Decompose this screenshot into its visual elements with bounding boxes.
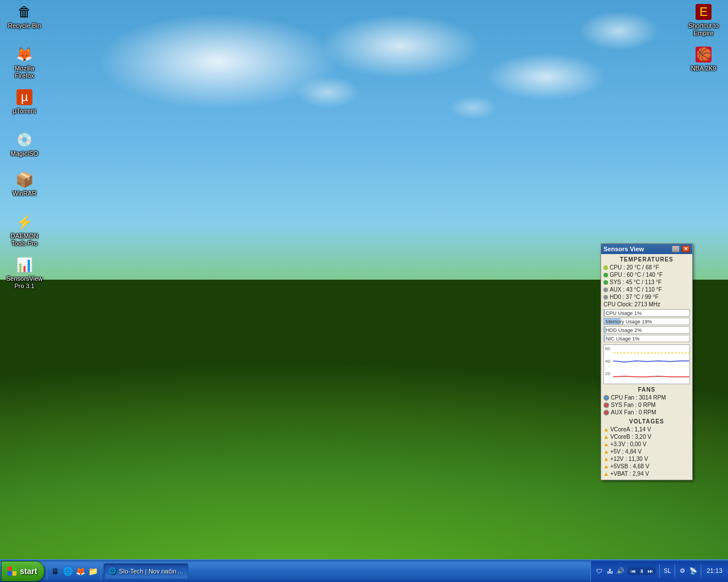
desktop-icon-daemon-tools[interactable]: ⚡ DAEMON Tools Pro: [5, 213, 44, 247]
voltage-vcorea-row: ▲ VCoreA : 1,14 V: [601, 426, 692, 433]
temp-gpu-indicator: [603, 273, 608, 277]
memory-usage-bar: Memory Usage 19%: [603, 318, 690, 325]
temp-hd0-row: HD0 : 37 °C / 99 °F: [601, 293, 692, 301]
sensors-view-widget: Sensors View _ ✕ TEMPERATURES CPU : 20 °…: [601, 243, 693, 480]
temp-sys-indicator: [603, 280, 608, 285]
empire-icon: E: [694, 3, 713, 21]
tray-icon-extra2[interactable]: 📡: [689, 567, 698, 576]
voltage-vcorea-value: 1,14 V: [635, 426, 651, 433]
media-play-button[interactable]: ⏸: [638, 567, 646, 575]
temp-hd0-label: HD0 :: [610, 294, 624, 300]
sensors-titlebar[interactable]: Sensors View _ ✕: [601, 244, 692, 254]
temp-cpu-indicator: [603, 265, 608, 270]
tray-separator: [659, 564, 660, 578]
fans-header: FANS: [601, 386, 692, 393]
media-next-button[interactable]: ⏭: [646, 567, 654, 575]
tray-security-icon[interactable]: 🛡: [594, 567, 603, 576]
voltage-warn-icon6: ▲: [603, 463, 609, 469]
voltage-12v-value: 11,30 V: [628, 456, 648, 462]
ql-firefox-icon[interactable]: 🦊: [75, 566, 86, 577]
voltage-5v-row: ▲ +5V : 4,84 V: [601, 448, 692, 455]
fan-cpu-label: CPU Fan :: [611, 394, 638, 401]
desktop-icon-magiciso[interactable]: 💿 MagicISO: [5, 131, 44, 157]
desktop-icon-utorrent[interactable]: µ µTorrent: [5, 88, 44, 115]
voltage-vcoreb-value: 3,20 V: [635, 434, 651, 440]
fan-aux-value: 0 RPM: [639, 409, 656, 415]
cpu-clock-row: CPU Clock: 2713 MHz: [601, 301, 692, 308]
tray-icon-extra1[interactable]: ⚙: [678, 567, 687, 576]
temperatures-header: TEMPERATURES: [601, 256, 692, 263]
cpu-usage-bar: CPU Usage 1%: [603, 309, 690, 317]
temp-cpu-label: CPU :: [610, 264, 625, 271]
tray-separator2: [675, 564, 675, 578]
fan-sys-value: 0 RPM: [638, 402, 656, 408]
nic-usage-label: NIC Usage 1%: [604, 336, 640, 342]
desktop-icon-firefox[interactable]: 🦊 Mozilla Firefox: [5, 45, 44, 80]
taskbar-button-browser[interactable]: 🌐 Slo-Tech | Nov način ...: [104, 563, 188, 579]
ql-extra1[interactable]: 📁: [87, 566, 98, 577]
voltage-33v-value: 0,00 V: [630, 441, 647, 447]
start-button[interactable]: start: [1, 561, 44, 581]
sys-temp-line: [613, 361, 690, 362]
sensors-close-button[interactable]: ✕: [682, 246, 690, 252]
hdd-usage-bar: HDD Usage 2%: [603, 326, 690, 334]
fan-aux-row: AUX Fan : 0 RPM: [601, 409, 692, 416]
chart-label-40: 40: [605, 359, 610, 364]
cpu-clock-value: CPU Clock: 2713 MHz: [603, 301, 660, 307]
sensors-minimize-button[interactable]: _: [672, 246, 680, 252]
utorrent-icon: µ: [15, 88, 34, 106]
voltage-warn-icon5: ▲: [603, 456, 609, 462]
fan-aux-label: AUX Fan :: [611, 409, 637, 415]
voltage-vbat-label: +VBAT :: [610, 471, 632, 477]
hdd-usage-label: HDD Usage 2%: [604, 327, 642, 333]
quick-launch-area: 🖥 🌐 🦊 📁: [47, 562, 101, 580]
winrar-icon: 📦: [15, 171, 34, 189]
voltage-vbat-value: 2,94 V: [632, 471, 649, 477]
sensors-view-label: SensorsView Pro 3.1: [5, 275, 44, 290]
sensors-view-icon: 📊: [15, 256, 34, 274]
cpu-usage-label: CPU Usage 1%: [604, 310, 642, 316]
sensors-title: Sensors View: [603, 246, 644, 252]
tray-language[interactable]: SL: [663, 568, 672, 574]
tray-clock[interactable]: 21:13: [704, 567, 725, 575]
voltage-warn-icon7: ▲: [603, 471, 609, 477]
desktop: 🗑 Recycle Bin 🦊 Mozilla Firefox µ µTorre…: [0, 0, 728, 559]
tray-volume-icon[interactable]: 🔊: [616, 567, 625, 576]
memory-usage-label: Memory Usage 19%: [604, 319, 652, 325]
temp-cpu-row: CPU : 20 °C / 68 °F: [601, 264, 692, 271]
windows-logo: [6, 566, 18, 577]
taskbar-browser-label: Slo-Tech | Nov način ...: [119, 568, 183, 575]
tray-media-controls: ⏮ ⏸ ⏭: [627, 567, 656, 575]
media-prev-button[interactable]: ⏮: [629, 567, 637, 575]
voltage-5vsb-row: ▲ +5VSB : 4,68 V: [601, 463, 692, 470]
recycle-bin-icon: 🗑: [15, 3, 34, 21]
voltage-warn-icon4: ▲: [603, 448, 609, 455]
voltage-warn-icon2: ▲: [603, 434, 609, 440]
magiciso-icon: 💿: [15, 131, 34, 149]
ql-show-desktop[interactable]: 🖥: [49, 566, 61, 577]
temp-hd0-indicator: [603, 295, 608, 300]
xp-logo-icon: [7, 567, 16, 576]
voltage-5vsb-label: +5VSB :: [610, 463, 633, 469]
desktop-icon-nba2k9[interactable]: 🏀 NBA 2K9: [684, 45, 723, 72]
empire-label: Shortcut to Empire: [684, 22, 723, 37]
magiciso-label: MagicISO: [5, 150, 44, 157]
voltage-12v-label: +12V :: [610, 456, 628, 462]
tray-separator3: [701, 564, 701, 578]
fan-sys-label: SYS Fan :: [611, 402, 637, 408]
desktop-icon-empire[interactable]: E Shortcut to Empire: [684, 3, 723, 37]
taskbar: start 🖥 🌐 🦊 📁 🌐 Slo-Tech | Nov način ...…: [0, 559, 728, 582]
voltage-vbat-row: ▲ +VBAT : 2,94 V: [601, 470, 692, 477]
desktop-icon-recycle-bin[interactable]: 🗑 Recycle Bin: [5, 3, 44, 30]
temp-cpu-value: 20 °C / 68 °F: [626, 264, 659, 271]
voltage-33v-label: +3.3V :: [610, 441, 630, 447]
voltage-33v-row: ▲ +3.3V : 0,00 V: [601, 440, 692, 448]
start-label: start: [20, 567, 37, 576]
ql-ie-icon[interactable]: 🌐: [62, 566, 73, 577]
voltages-header: VOLTAGES: [601, 418, 692, 425]
desktop-icon-sensors-view[interactable]: 📊 SensorsView Pro 3.1: [5, 256, 44, 290]
temp-gpu-row: GPU : 60 °C / 140 °F: [601, 271, 692, 278]
tray-network-icon[interactable]: 🖧: [605, 567, 614, 576]
desktop-icon-winrar[interactable]: 📦 WinRAR: [5, 171, 44, 197]
temp-aux-value: 43 °C / 110 °F: [626, 286, 662, 293]
